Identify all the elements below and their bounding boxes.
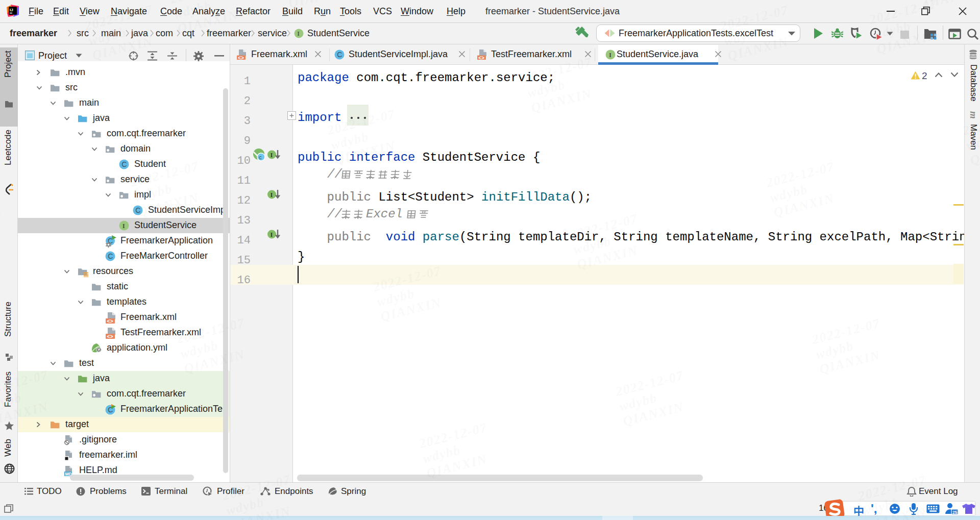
svg-text:I: I <box>271 231 273 238</box>
svg-text:C: C <box>108 252 113 260</box>
svg-text:I: I <box>297 30 300 37</box>
svg-text:C: C <box>135 206 140 214</box>
svg-text:I: I <box>271 191 273 199</box>
svg-text:c: c <box>259 155 262 160</box>
svg-text:I: I <box>609 51 611 59</box>
svg-text:<>: <> <box>107 334 113 339</box>
svg-text:<>: <> <box>107 318 113 324</box>
svg-text:<>: <> <box>478 56 484 60</box>
svg-text:25: 25 <box>952 510 958 515</box>
svg-text:C: C <box>121 160 127 168</box>
svg-text:I: I <box>122 222 125 230</box>
svg-text:<>: <> <box>238 56 244 60</box>
svg-text:IJ: IJ <box>10 8 13 12</box>
svg-text:C: C <box>337 51 342 59</box>
svg-text:I: I <box>271 152 273 159</box>
